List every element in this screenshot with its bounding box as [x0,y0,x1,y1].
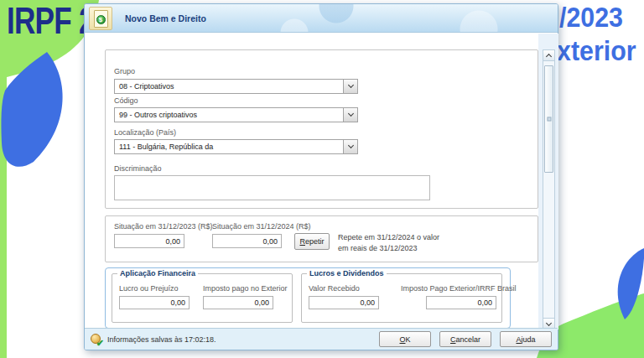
codigo-select-value: 99 - Outros criptoativos [119,111,197,119]
valor-recebido-input[interactable] [309,296,379,309]
chevron-up-icon [546,54,552,60]
ok-button-label: OK [399,335,410,344]
situacao-2024-input[interactable] [212,234,282,248]
dialog-statusbar: ✔ Informações salvas às 17:02:18. OK Can… [85,328,558,350]
scrollbar-grip [547,117,551,122]
scrollbar-thumb[interactable] [544,65,553,173]
grupo-dropdown-button[interactable] [343,80,357,93]
repetir-note: Repete em 31/12/2024 o valor em reais de… [338,232,439,254]
dialog-buttons: OK Cancelar Ajuda [379,331,552,347]
dialog-icon-box: $ [89,7,112,30]
document-dollar-icon: $ [94,10,108,28]
grupo-label: Grupo [114,67,135,75]
chevron-down-icon [347,111,353,117]
cancel-button-label: Cancelar [450,335,480,344]
check-icon: ✔ [96,339,104,348]
pais-select-value: 111 - Bulgária, República da [119,143,213,151]
situacao-panel: Situação em 31/12/2023 (R$) Situação em … [105,215,538,262]
lucros-dividendos-group: Lucros e Dividendos Valor Recebido Impos… [301,273,502,323]
repetir-note-line2: em reais de 31/12/2023 [338,243,439,254]
imposto-exterior-input[interactable] [203,296,273,309]
chevron-down-icon [347,82,353,88]
grupo-select-value: 08 - Criptoativos [119,82,174,91]
chevron-down-icon [347,143,353,148]
codigo-dropdown-button[interactable] [343,108,357,122]
pais-label: Localização (País) [114,128,176,137]
repetir-button[interactable]: Repetir [294,233,330,250]
situacao-2023-input[interactable] [114,234,184,248]
discriminacao-textarea[interactable] [114,175,430,200]
novo-bem-dialog: $ Novo Bem e Direito Grupo 08 - Criptoat… [84,3,558,350]
aplicacao-financeira-group: Aplicação Financeira Lucro ou Prejuízo I… [112,273,293,323]
repetir-button-label: Repetir [299,237,324,246]
vertical-scrollbar[interactable] [543,49,555,329]
exterior-highlight-box: Aplicação Financeira Lucro ou Prejuízo I… [105,267,511,329]
help-button-label: Ajuda [516,335,535,344]
cancel-button[interactable]: Cancelar [439,331,491,347]
codigo-label: Código [114,96,138,105]
background-year-text: /2023 [559,2,623,34]
imposto-pago-irrf-label: Imposto Pago Exterior/IRRF Brasil [401,284,517,293]
dialog-title: Novo Bem e Direito [125,4,206,33]
pais-dropdown-button[interactable] [343,140,357,153]
background-exterior-text: xterior [557,35,636,67]
screen: IRPF 2 /2023 xterior $ Novo Bem e Direit… [0,0,644,358]
situacao-2023-label: Situação em 31/12/2023 (R$) [114,222,213,231]
imposto-pago-irrf-input[interactable] [426,296,496,309]
codigo-select[interactable]: 99 - Outros criptoativos [114,107,358,122]
help-button[interactable]: Ajuda [500,331,552,347]
brand-title-text: IRPF 2 [7,0,95,42]
saved-check-icon: ✔ [91,334,102,345]
status-message: Informações salvas às 17:02:18. [107,335,216,344]
imposto-exterior-label: Imposto pago no Exterior [203,284,288,293]
discriminacao-label: Discriminação [114,164,162,173]
dialog-titlebar: $ Novo Bem e Direito [85,4,558,33]
lucros-dividendos-legend: Lucros e Dividendos [307,269,387,278]
aplicacao-financeira-legend: Aplicação Financeira [117,269,198,278]
scroll-up-button[interactable] [543,50,554,61]
main-form-panel: Grupo 08 - Criptoativos Código 99 - Outr… [105,49,538,209]
lucro-prejuizo-input[interactable] [119,296,190,309]
pais-select[interactable]: 111 - Bulgária, República da [114,139,358,154]
ok-button[interactable]: OK [379,331,431,347]
grupo-select[interactable]: 08 - Criptoativos [114,79,358,94]
lucro-prejuizo-label: Lucro ou Prejuízo [119,284,179,293]
situacao-2024-label: Situação em 31/12/2024 (R$) [212,222,311,231]
chevron-down-icon [546,319,552,325]
repetir-note-line1: Repete em 31/12/2024 o valor [338,232,439,243]
valor-recebido-label: Valor Recebido [309,284,360,293]
dollar-coin-icon: $ [96,15,106,24]
